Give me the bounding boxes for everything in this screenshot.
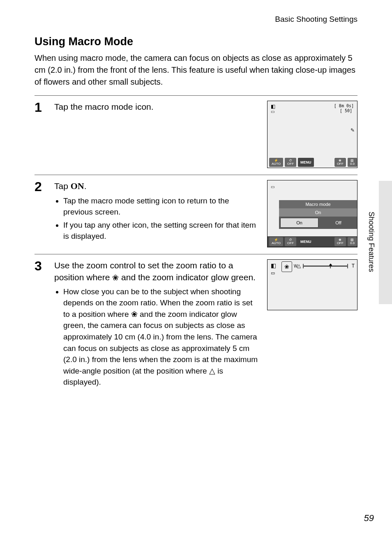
step-2-text: Tap ON. (54, 180, 260, 193)
exposure-chip: ▨0.0 (348, 237, 357, 246)
page-number: 59 (364, 513, 374, 524)
time-remaining: [ 8m 0s] (334, 104, 354, 108)
bottom-bar: ⚡AUTO ⏱OFF MENU ❀OFF ▨0.0 (267, 157, 357, 168)
step-3-text: Use the zoom control to set the zoom rat… (54, 259, 260, 284)
zoom-bar (303, 265, 348, 267)
step-1: 1 Tap the macro mode icon. ◧ ▭ [ 8m 0s] … (35, 95, 357, 175)
flash-chip: ⚡AUTO (269, 158, 283, 167)
side-tab-label: Shooting Features (367, 212, 376, 272)
timer-chip: ⏱OFF (285, 237, 296, 246)
menu-chip: MENU (298, 237, 314, 246)
battery-icon: ▭ (271, 109, 274, 114)
figure-2-macro-menu: ▭ Macro mode On On Off ⚡AUTO ⏱OFF MENU ❀… (267, 180, 357, 247)
battery-icon: ▭ (271, 185, 274, 189)
option-on: On (280, 218, 318, 228)
figure-3-zoom-indicator: ◧ ▭ ❀ W △ ♣ T (267, 259, 357, 310)
camera-icon: ◧ (271, 262, 276, 269)
intro-text: When using macro mode, the camera can fo… (35, 52, 357, 88)
menu-title: Macro mode (279, 200, 357, 208)
figure-1-camera-screen: ◧ ▭ [ 8m 0s] [ 50] ✎ ⚡AUTO ⏱OFF MENU ❀OF… (267, 101, 357, 168)
tree-icon: ♣ (329, 262, 332, 267)
macro-chip: ❀OFF (334, 237, 346, 246)
flash-chip: ⚡AUTO (269, 237, 283, 246)
step-2: 2 Tap ON. Tap the macro mode setting ico… (35, 175, 357, 254)
tele-label: T (352, 263, 355, 269)
step-3: 3 Use the zoom control to set the zoom r… (35, 254, 357, 396)
menu-chip: MENU (298, 158, 314, 167)
side-tab (379, 181, 392, 304)
current-value: On (279, 208, 357, 217)
shots-remaining: [ 50] (340, 108, 352, 113)
step-1-number: 1 (35, 101, 47, 114)
option-off: Off (320, 217, 357, 229)
step-1-text: Tap the macro mode icon. (54, 101, 260, 113)
option-row: On Off (279, 217, 357, 229)
mountain-icon: △ (297, 263, 301, 269)
touch-icon: ✎ (350, 127, 355, 133)
macro-chip-highlighted: ❀OFF (334, 158, 346, 167)
bottom-bar: ⚡AUTO ⏱OFF MENU ❀OFF ▨0.0 (267, 236, 357, 247)
step-3-bullet-1: How close you can be to the subject when… (63, 286, 260, 388)
macro-indicator-icon: ❀ (281, 261, 292, 272)
step-2-bullet-2: If you tap any other icon, the setting s… (63, 219, 260, 242)
battery-icon: ▭ (271, 270, 275, 276)
step-2-number: 2 (35, 180, 47, 193)
camera-icon: ◧ (271, 104, 275, 109)
mountain-icon: △ (209, 367, 215, 375)
step-2-bullet-1: Tap the macro mode setting icon to retur… (63, 195, 260, 218)
breadcrumb: Basic Shooting Settings (35, 15, 357, 24)
section-title: Using Macro Mode (35, 35, 357, 48)
flower-icon: ❀ (131, 310, 138, 318)
timer-chip: ⏱OFF (285, 158, 296, 167)
step-3-number: 3 (35, 259, 47, 272)
exposure-chip: ▨0.0 (348, 158, 357, 167)
flower-icon: ❀ (112, 274, 119, 282)
